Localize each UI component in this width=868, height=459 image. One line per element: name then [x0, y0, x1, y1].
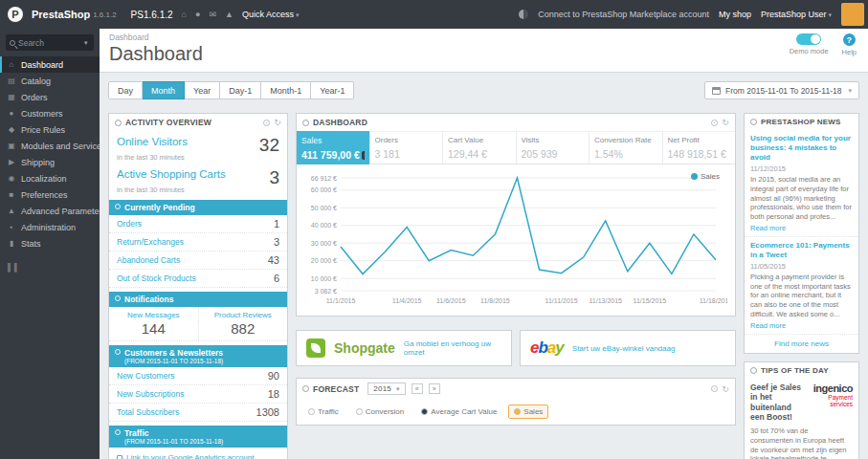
main-area: Dashboard Dashboard Demo mode ? Help Day…: [100, 29, 868, 459]
rocket-icon[interactable]: ▲: [225, 10, 234, 19]
prev-arrow-icon[interactable]: «: [412, 383, 423, 394]
pending-row-orders[interactable]: Orders1: [109, 215, 287, 233]
customers-row-new-subscriptions[interactable]: New Subscriptions18: [109, 385, 287, 404]
filter-day-1-button[interactable]: Day-1: [220, 81, 261, 99]
sidebar-item-customers[interactable]: ●Customers: [0, 105, 100, 121]
kpi-tab-orders[interactable]: Orders 3 181: [370, 132, 444, 164]
svg-text:11/18/2015: 11/18/2015: [700, 297, 727, 304]
mail-icon[interactable]: ✉: [209, 10, 216, 19]
sidebar-collapse-button[interactable]: ▌▌: [0, 251, 100, 283]
page-title: Dashboard: [109, 43, 858, 65]
help-icon[interactable]: ?: [843, 33, 856, 46]
demo-mode-toggle[interactable]: [796, 33, 821, 45]
date-preset-group: Day Month Year Day-1 Month-1 Year-1: [108, 81, 354, 99]
filter-year-1-button[interactable]: Year-1: [311, 81, 354, 99]
filter-month-1-button[interactable]: Month-1: [261, 81, 311, 99]
sidebar-item-administration[interactable]: ▪Administration: [0, 219, 100, 235]
shop-icon[interactable]: ⌂: [182, 10, 187, 19]
sidebar-item-localization[interactable]: ◉Localization: [0, 170, 100, 186]
my-shop-link[interactable]: My shop: [719, 10, 751, 19]
read-more-link[interactable]: Read more: [750, 321, 853, 330]
filter-year-button[interactable]: Year: [185, 81, 220, 99]
sliders-icon: ■: [7, 190, 16, 199]
date-range-picker[interactable]: From 2015-11-01 To 2015-11-18 ▾: [704, 81, 859, 99]
sidebar-item-label: Advanced Parameters: [21, 207, 100, 216]
sidebar-item-catalog[interactable]: ▤Catalog: [0, 73, 100, 89]
article-title[interactable]: Ecommerce 101: Payments in a Tweet: [750, 241, 853, 260]
filter-day-button[interactable]: Day: [108, 81, 143, 99]
panel-title: Tips of the day: [761, 366, 829, 375]
sidebar-item-advanced-parameters[interactable]: ▲Advanced Parameters: [0, 203, 100, 219]
forecast-chip-average-cart-value[interactable]: Average Cart Value: [415, 404, 502, 419]
customers-row-total-subscribers[interactable]: Total Subscribers1308: [109, 404, 287, 422]
ebay-link[interactable]: Start uw eBay-winkel vandaag: [572, 344, 676, 353]
sidebar-item-shipping[interactable]: ▶Shipping: [0, 154, 100, 170]
kpi-value: 411 759,00 €: [301, 149, 360, 161]
avatar[interactable]: [841, 3, 864, 26]
shop-name[interactable]: PS1.6.1.2: [131, 10, 173, 20]
google-analytics-link[interactable]: Link to your Google Analytics account: [109, 448, 287, 459]
panel-title: Forecast: [313, 384, 359, 394]
user-icon[interactable]: ●: [195, 10, 200, 19]
row-label: Total Subscribers: [117, 407, 179, 417]
kpi-tab-conversion-rate[interactable]: Conversion Rate 1.54%: [590, 132, 663, 164]
lock-icon: ▪: [7, 223, 16, 231]
conversion-dot-icon: [356, 408, 363, 415]
sidebar-item-dashboard[interactable]: ⌂Dashboard: [0, 56, 100, 73]
gear-icon[interactable]: [263, 120, 270, 126]
online-visitors-label[interactable]: Online Visitors: [117, 136, 188, 147]
sidebar-item-label: Catalog: [21, 76, 51, 86]
shopgate-link[interactable]: Ga mobiel en verhoog uw omzet: [404, 339, 501, 357]
shopgate-ad[interactable]: Shopgate Ga mobiel en verhoog uw omzet: [296, 330, 512, 366]
puzzle-icon: ▣: [7, 142, 16, 150]
gear-icon[interactable]: [711, 385, 718, 392]
forecast-year-select[interactable]: 2015▾: [367, 382, 405, 395]
article-title[interactable]: Using social media for your business: 4 …: [750, 134, 853, 163]
read-more-link[interactable]: Read more: [750, 224, 853, 232]
kpi-tab-sales[interactable]: Sales 411 759,00 €tax excl.: [297, 131, 370, 164]
active-carts-label[interactable]: Active Shopping Carts: [117, 168, 226, 180]
panel-title: Dashboard: [313, 118, 367, 127]
sidebar-item-modules[interactable]: ▣Modules and Services: [0, 138, 100, 154]
sidebar-item-label: Administration: [21, 223, 76, 232]
page-header: Dashboard Dashboard Demo mode ? Help: [100, 29, 868, 73]
kpi-tab-net-profit[interactable]: Net Profit 148 918,51 €: [663, 132, 736, 164]
new-messages-cell[interactable]: New Messages 144: [109, 307, 198, 340]
pending-row-out-of-stock[interactable]: Out of Stock Products6: [109, 270, 287, 288]
customers-row-new-customers[interactable]: New Customers90: [109, 367, 287, 385]
kpi-tab-cart-value[interactable]: Cart Value 129,44 €: [443, 132, 517, 164]
section-title-text: Traffic: [124, 428, 149, 438]
product-reviews-cell[interactable]: Product Reviews 882: [198, 307, 288, 340]
kpi-tab-visits[interactable]: Visits 205 939: [517, 132, 590, 164]
sidebar-item-preferences[interactable]: ■Preferences: [0, 186, 100, 203]
sidebar-search[interactable]: ▾: [6, 34, 94, 51]
filter-month-button[interactable]: Month: [143, 81, 185, 99]
svg-text:11/15/2015: 11/15/2015: [634, 297, 667, 304]
ebay-ad[interactable]: ebay Start uw eBay-winkel vandaag: [520, 330, 736, 366]
row-value: 90: [268, 370, 279, 382]
pending-row-returns[interactable]: Return/Exchanges3: [109, 233, 287, 251]
gear-icon[interactable]: [711, 120, 718, 126]
forecast-chip-conversion[interactable]: Conversion: [350, 404, 410, 419]
sidebar-item-orders[interactable]: ▦Orders: [0, 89, 100, 105]
section-title-text: Customers & Newsletters: [124, 348, 223, 358]
refresh-icon[interactable]: ↻: [722, 118, 729, 127]
forecast-chip-sales[interactable]: Sales: [508, 404, 548, 419]
sidebar-item-price-rules[interactable]: ◆Price Rules: [0, 121, 100, 138]
find-more-news-link[interactable]: Find more news: [745, 335, 858, 353]
ebay-logo: ebay: [530, 339, 564, 358]
user-menu[interactable]: PrestaShop User▾: [761, 10, 832, 19]
kpi-label: Cart Value: [448, 136, 511, 144]
refresh-icon[interactable]: ↻: [722, 384, 729, 394]
pending-row-abandoned-carts[interactable]: Abandoned Carts43: [109, 251, 287, 270]
marketplace-link[interactable]: Connect to PrestaShop Marketplace accoun…: [538, 10, 709, 19]
sidebar-item-stats[interactable]: ▮Stats: [0, 235, 100, 251]
search-input[interactable]: [18, 38, 79, 48]
sidebar-item-label: Localization: [21, 174, 67, 184]
next-arrow-icon[interactable]: »: [429, 383, 440, 394]
online-visitors-stat: Online Visitors 32 in the last 30 minute…: [109, 131, 287, 164]
refresh-icon[interactable]: ↻: [274, 118, 281, 127]
quick-access-menu[interactable]: Quick Access▾: [242, 10, 300, 19]
forecast-chip-traffic[interactable]: Traffic: [302, 404, 345, 419]
year-value: 2015: [373, 384, 391, 393]
